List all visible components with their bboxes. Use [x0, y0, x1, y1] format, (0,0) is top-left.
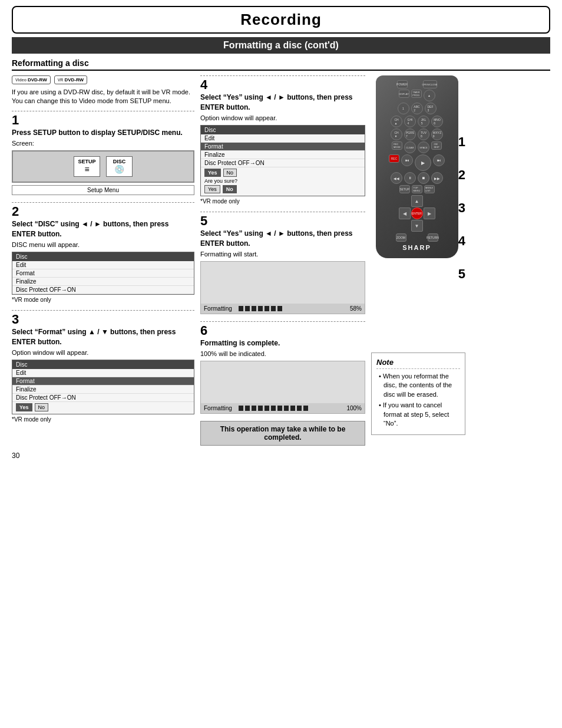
remote-eject-btn: ▲	[424, 90, 435, 101]
step6-progress-screen: Formatting	[200, 361, 365, 414]
side-step-1: 1	[458, 134, 465, 150]
disc-menu-header: Disc	[12, 252, 194, 261]
step-2-block: 2 Select “DISC” using ◄ / ► buttons, the…	[12, 202, 194, 303]
step3-dialog: Yes No	[12, 402, 194, 414]
remote-setup-btn: SETUP	[399, 185, 410, 193]
remote-rec-btn: REC	[389, 154, 399, 163]
step-6-desc: 100% will be indicated.	[200, 350, 365, 358]
remote-row-2: DISPLAY TIMERPROG ▲	[379, 90, 455, 101]
side-step-3: 3	[458, 200, 465, 216]
right-column: POWER OPEN/CLOSE DISPLAY TIMERPROG ▲ 1 A…	[371, 75, 465, 446]
remote-rev-btn: ◀◀	[391, 172, 402, 184]
remote-num2: ABC2	[411, 103, 423, 114]
step-3-divider	[12, 310, 194, 311]
remote-space-btn: SPACE	[418, 141, 429, 153]
disc-menu-step3-header: Disc	[12, 360, 194, 369]
disc-menu-step4-edit: Edit	[201, 134, 365, 143]
step-6-divider	[200, 321, 365, 322]
remote-enter-btn: ENTER	[411, 207, 423, 219]
disc-menu-protect: Disc Protect OFF→ON	[12, 286, 194, 294]
disc-menu-step2: Disc Edit Format Finalize Disc Protect O…	[12, 252, 194, 295]
video-label: Video	[15, 78, 27, 82]
step4-bottom-btns: Yes No	[204, 185, 361, 193]
remote-num9: WXYZ9	[431, 129, 443, 140]
step5-progress-row: Formatting 58%	[201, 304, 365, 314]
step-5-desc: Formatting will start.	[200, 250, 365, 259]
step4-no-top-btn: No	[223, 169, 237, 177]
step-6-title: Formatting is complete.	[200, 338, 365, 348]
remote-num3: DEF3	[425, 103, 437, 114]
step4-top-btns: Yes No	[204, 169, 361, 177]
remote-rec-mode-btn: RECMODE	[392, 141, 402, 150]
disc-menu-step3: Disc Edit Format Finalize Disc Protect O…	[12, 360, 194, 414]
remote-num4: GHI4	[404, 116, 416, 127]
step-5-number: 5	[200, 215, 365, 228]
step-4-divider	[200, 75, 365, 76]
remote-transport-row: REC ⏮ ▶ ⏭	[379, 154, 455, 171]
step-4-number: 4	[200, 78, 365, 91]
step-4-vr-note: *VR mode only	[200, 198, 365, 205]
page: Recording Formatting a disc (cont'd) Ref…	[0, 0, 562, 728]
dvdrw-label-2: DVD-RW	[64, 77, 84, 83]
step6-formatting-label: Formatting	[204, 405, 236, 411]
remote-stop-btn: ⏹	[418, 172, 429, 184]
step4-yes-btn: Yes	[204, 185, 220, 193]
setup-screen: SETUP ≡ DISC 💿	[12, 150, 194, 183]
disc-icon-box: DISC 💿	[106, 156, 133, 177]
disc-menu-step3-edit: Edit	[12, 369, 194, 377]
left-column: Video DVD-RW VR DVD-RW If you are using …	[12, 75, 194, 446]
remote-top-menu-btn: TOPMENU	[412, 185, 422, 193]
remote-num-row2: CH▲ GHI4 JKL5 MNO6	[379, 116, 455, 127]
side-step-5: 5	[458, 266, 465, 282]
dvd-rw-vr-icon: VR DVD-RW	[54, 75, 87, 84]
intro-text: If you are using a DVD-RW disc, by defau…	[12, 88, 194, 106]
step6-progress-row: Formatting	[201, 403, 365, 413]
step-2-divider	[12, 202, 194, 203]
remote-right-btn: ▶	[424, 207, 435, 219]
note-item-2: • If you want to cancel format at step 5…	[376, 401, 460, 428]
disc-menu-finalize: Finalize	[12, 278, 194, 286]
step6-progress-pct: 100%	[344, 405, 362, 411]
remote-fn-row: RECMODE CLEAR SPACE CMSKIP	[379, 141, 455, 153]
dvd-rw-video-icon: Video DVD-RW	[12, 75, 51, 84]
disc-menu-step3-finalize: Finalize	[12, 386, 194, 394]
remote-timer-btn: TIMERPROG	[411, 90, 422, 98]
step3-no-btn: No	[35, 403, 49, 411]
note-item-1: • When you reformat the disc, the conten…	[376, 372, 460, 399]
step-2-desc: DISC menu will appear.	[12, 241, 194, 249]
step-4-block: 4 Select “Yes” using ◄ / ► buttons, then…	[200, 75, 365, 205]
remote-return-btn: RETURN	[428, 233, 438, 242]
step-1-block: 1 Press SETUP button to display SETUP/DI…	[12, 111, 194, 195]
step-1-divider	[12, 111, 194, 111]
disc-menu-step3-protect: Disc Protect OFF→ON	[12, 394, 194, 402]
remote-control: POWER OPEN/CLOSE DISPLAY TIMERPROG ▲ 1 A…	[371, 75, 462, 258]
remote-skip-fwd: ⏭	[433, 154, 445, 166]
disc-icons-row: Video DVD-RW VR DVD-RW	[12, 75, 194, 84]
page-number: 30	[12, 452, 550, 460]
disc-menu-step3-format: Format	[12, 377, 194, 386]
step-5-block: 5 Select “Yes” using ◄ / ► buttons, then…	[200, 212, 365, 314]
disc-menu-edit: Edit	[12, 261, 194, 269]
disc-menu-format: Format	[12, 269, 194, 278]
remote-num6: MNO6	[431, 116, 443, 127]
note-box: Note • When you reformat the disc, the c…	[371, 353, 465, 435]
step4-dialog-question: Are you sure?	[204, 178, 361, 184]
remote-down-btn: ▼	[411, 220, 423, 232]
note-title: Note	[376, 358, 460, 369]
step-2-title: Select “DISC” using ◄ / ► buttons, then …	[12, 219, 194, 239]
remote-cm-skip-btn: CMSKIP	[431, 141, 442, 150]
remote-num-row3: CH▼ PGRS7 TUV8 WXYZ9	[379, 129, 455, 140]
remote-menu-list-btn: MENU/LIST	[424, 185, 435, 193]
remote-body: POWER OPEN/CLOSE DISPLAY TIMERPROG ▲ 1 A…	[376, 75, 458, 258]
step-4-title: Select “Yes” using ◄ / ► buttons, then p…	[200, 93, 365, 113]
step-1-desc: Screen:	[12, 139, 194, 148]
step-6-number: 6	[200, 324, 365, 337]
step-1-number: 1	[12, 114, 194, 127]
step3-yes-btn: Yes	[16, 403, 32, 411]
step-4-desc: Option window will appear.	[200, 114, 365, 123]
remote-open-close-btn: OPEN/CLOSE	[423, 80, 437, 88]
step4-dialog: Yes No Are you sure? Yes No	[201, 167, 365, 196]
setup-icon-box: SETUP ≡	[74, 156, 100, 177]
step-2-vr-note: *VR mode only	[12, 297, 194, 303]
remote-zoom-btn: ZOOM	[396, 233, 406, 242]
